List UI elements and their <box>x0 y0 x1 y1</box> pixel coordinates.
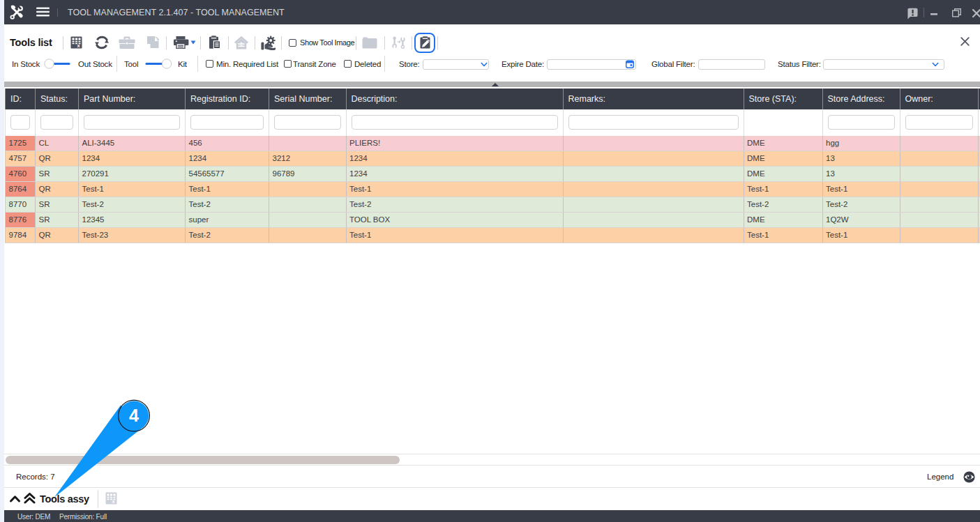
svg-text:4: 4 <box>129 406 139 425</box>
